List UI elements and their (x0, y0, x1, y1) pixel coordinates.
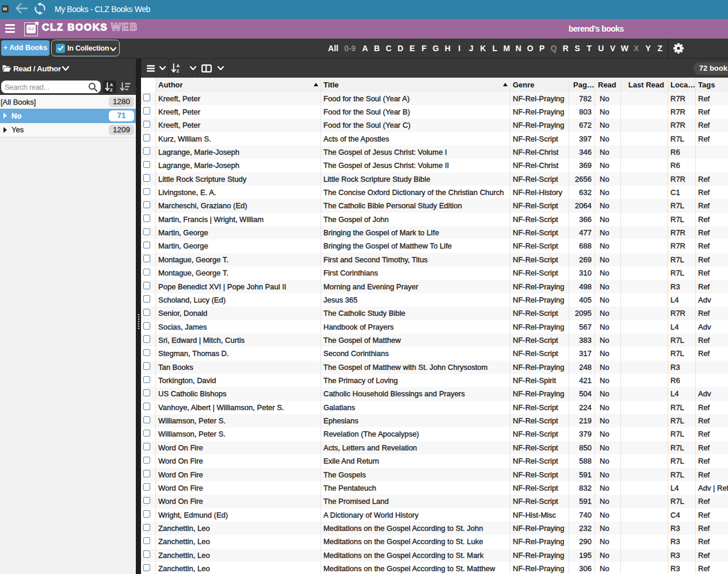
svg-text:A: A (177, 63, 180, 68)
svg-text:Z: Z (177, 68, 180, 73)
svg-text:Z: Z (110, 87, 113, 91)
